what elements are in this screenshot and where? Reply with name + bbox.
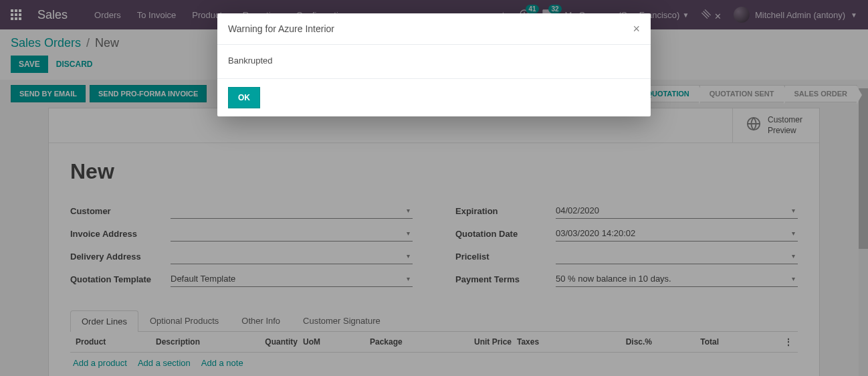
ok-button[interactable]: OK bbox=[228, 87, 260, 108]
modal-body: Bankrupted bbox=[217, 45, 651, 78]
close-icon[interactable]: × bbox=[633, 23, 640, 35]
warning-modal: Warning for Azure Interior × Bankrupted … bbox=[217, 13, 651, 116]
modal-title: Warning for Azure Interior bbox=[228, 23, 334, 34]
